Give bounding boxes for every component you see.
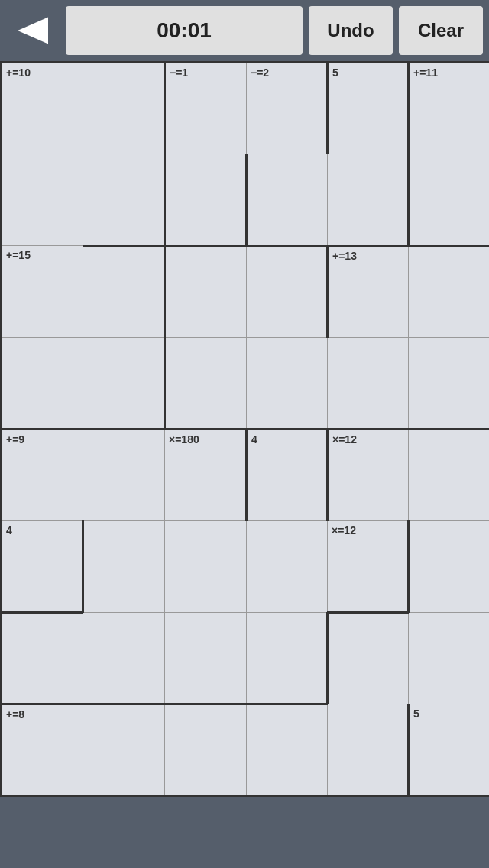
cell-r6c1[interactable]	[83, 613, 165, 704]
cell-r0c2[interactable]: −=1	[165, 63, 247, 154]
cell-r5c3[interactable]	[247, 521, 328, 613]
cage-label: −=1	[170, 66, 188, 79]
cell-r4c3[interactable]: 4	[247, 429, 328, 521]
cage-label: ×=180	[169, 433, 199, 445]
cell-r2c2[interactable]	[165, 246, 247, 338]
cell-r7c0[interactable]: +=8	[2, 704, 83, 796]
top-bar: 00:01 Undo Clear	[0, 0, 489, 61]
timer-display: 00:01	[66, 6, 303, 55]
grid-area: +=10 −=1 −=2 5 +=11 +=15	[0, 61, 489, 611]
cell-r6c4[interactable]	[328, 613, 409, 704]
cell-r3c0[interactable]	[2, 338, 83, 429]
cell-r1c3[interactable]	[247, 154, 328, 246]
cell-r7c4[interactable]	[328, 704, 409, 796]
cell-r4c0[interactable]: +=9	[2, 429, 83, 521]
undo-button[interactable]: Undo	[309, 6, 393, 55]
cell-r4c2[interactable]: ×=180	[165, 429, 247, 521]
cage-label: +=8	[6, 708, 24, 721]
puzzle-grid[interactable]: +=10 −=1 −=2 5 +=11 +=15	[0, 61, 489, 797]
cage-label: ×=12	[332, 433, 357, 445]
cell-r3c5[interactable]	[409, 338, 490, 429]
cell-r1c5[interactable]	[409, 154, 490, 246]
cage-label: +=15	[6, 249, 31, 261]
cell-r0c4[interactable]: 5	[328, 63, 409, 154]
cell-r5c5[interactable]	[409, 521, 490, 613]
cell-r4c5[interactable]	[409, 429, 490, 521]
cell-r6c2[interactable]	[165, 613, 247, 704]
cage-label: 4	[251, 433, 257, 445]
cell-r3c1[interactable]	[83, 338, 165, 429]
cell-r0c3[interactable]: −=2	[247, 63, 328, 154]
cell-r3c3[interactable]	[247, 338, 328, 429]
back-arrow-icon	[14, 11, 52, 50]
cage-label: −=2	[251, 66, 269, 79]
cell-r3c4[interactable]	[328, 338, 409, 429]
svg-marker-0	[18, 18, 48, 44]
cell-r0c5[interactable]: +=11	[409, 63, 490, 154]
cell-r7c1[interactable]	[83, 704, 165, 796]
cage-label: 4	[6, 524, 12, 536]
cell-r0c1[interactable]	[83, 63, 165, 154]
cell-r2c0[interactable]: +=15	[2, 246, 83, 338]
cage-label: 5	[413, 708, 419, 720]
back-button[interactable]	[6, 6, 60, 55]
cell-r5c2[interactable]	[165, 521, 247, 613]
cell-r5c4[interactable]: ×=12	[328, 521, 409, 613]
cell-r2c3[interactable]	[247, 246, 328, 338]
cell-r1c2[interactable]	[165, 154, 247, 246]
cell-r5c0[interactable]: 4	[2, 521, 83, 613]
cell-r3c2[interactable]	[165, 338, 247, 429]
cell-r2c5[interactable]	[409, 246, 490, 338]
cage-label: +=13	[332, 250, 357, 262]
cage-label: ×=12	[332, 524, 356, 536]
cell-r6c5[interactable]	[409, 613, 490, 704]
cell-r1c1[interactable]	[83, 154, 165, 246]
cell-r7c2[interactable]	[165, 704, 247, 796]
cage-label: +=11	[413, 66, 438, 79]
cell-r2c1[interactable]	[83, 246, 165, 338]
cell-r7c3[interactable]	[247, 704, 328, 796]
cell-r7c5[interactable]: 5	[409, 704, 490, 796]
clear-button[interactable]: Clear	[399, 6, 483, 55]
cell-r1c0[interactable]	[2, 154, 83, 246]
cell-r6c3[interactable]	[247, 613, 328, 704]
cell-r5c1[interactable]	[83, 521, 165, 613]
cell-r0c0[interactable]: +=10	[2, 63, 83, 154]
cell-r6c0[interactable]	[2, 613, 83, 704]
cell-r4c1[interactable]	[83, 429, 165, 521]
cell-r1c4[interactable]	[328, 154, 409, 246]
cell-r2c4[interactable]: +=13	[328, 246, 409, 338]
cell-r4c4[interactable]: ×=12	[328, 429, 409, 521]
cage-label: +=9	[6, 433, 24, 445]
cage-label: 5	[332, 66, 338, 79]
cage-label: +=10	[6, 66, 31, 79]
